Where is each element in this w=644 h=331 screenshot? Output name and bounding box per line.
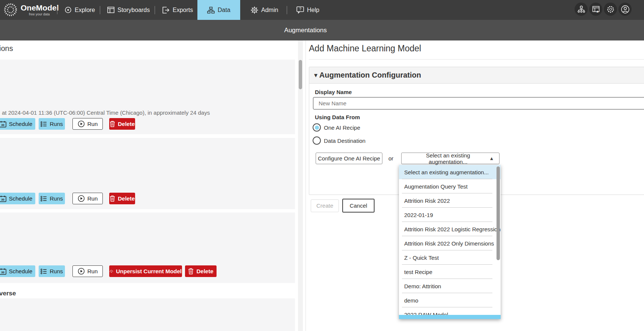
augmentation-card (0, 298, 295, 331)
svg-text:30: 30 (1, 271, 4, 274)
gear-icon (251, 6, 258, 14)
play-icon (78, 268, 85, 275)
nav-item-label: Data (218, 7, 230, 13)
runs-list-icon (41, 268, 47, 274)
configure-one-ai-recipe-button[interactable]: Configure One AI Recipe (316, 153, 382, 164)
display-name-label: Display Name (315, 89, 352, 95)
calendar-icon: 30 (0, 121, 6, 127)
augmentation-dropdown-list: Select an existing augmentation...Augmen… (399, 165, 501, 315)
nav-divider (57, 6, 57, 14)
nav-divider (287, 6, 287, 14)
nav-item-label: Exports (173, 7, 193, 13)
dropdown-item[interactable]: Z - Quick Test (399, 250, 501, 265)
top-nav-bar: OneModel free your data Explore Storyboa… (0, 0, 644, 20)
nav-divider (100, 6, 100, 14)
dropdown-vertical-scrollbar-thumb[interactable] (497, 166, 500, 260)
schedule-button[interactable]: 30 Schedule (0, 118, 35, 130)
storyboard-star-icon[interactable]: ★ (589, 3, 602, 16)
using-data-from-label: Using Data From (315, 114, 360, 120)
onemodel-spiral-icon (3, 2, 18, 18)
existing-augmentation-dropdown-toggle[interactable]: Select an existing augmentation... ▲ (401, 153, 500, 164)
section-heading-clipped: verse (0, 290, 16, 297)
app-window: OneModel free your data Explore Storyboa… (0, 0, 644, 331)
nav-item-data[interactable]: Data (197, 0, 240, 20)
nav-divider (155, 6, 155, 14)
onemodel-spiral-button-icon[interactable] (604, 3, 617, 16)
help-icon: ? (296, 6, 304, 13)
dropdown-item[interactable]: demo (399, 293, 501, 307)
calendar-icon: 30 (0, 195, 6, 202)
trash-icon (110, 121, 115, 127)
brand-tagline: free your data (29, 12, 59, 16)
create-button[interactable]: Create (311, 199, 339, 212)
chevron-down-icon: ▼ (313, 72, 319, 78)
trash-icon (188, 268, 194, 274)
augmentation-card: 30 Schedule Runs (0, 213, 295, 283)
chevron-up-icon: ▲ (489, 156, 494, 161)
brand-name: OneModel (21, 4, 59, 12)
dropdown-item[interactable]: test Recipe (399, 265, 501, 279)
cloud-download-icon (110, 268, 113, 274)
dropdown-item[interactable]: 2022-01-19 (399, 208, 501, 222)
nav-item-explore[interactable]: Explore (65, 0, 95, 20)
nav-item-storyboards[interactable]: Storyboards (107, 0, 150, 20)
run-button[interactable]: Run (72, 193, 103, 204)
augmentation-card: 30 Schedule Runs (0, 138, 295, 209)
radio-selected-icon (313, 123, 321, 132)
exports-icon (162, 7, 170, 13)
data-icon (207, 7, 215, 13)
explore-icon (65, 6, 72, 13)
delete-button[interactable]: Delete (185, 265, 217, 277)
dropdown-horizontal-scrollbar[interactable] (399, 315, 501, 319)
unpersist-current-model-button[interactable]: Unpersist Current Model (109, 265, 182, 277)
display-name-input[interactable] (313, 97, 644, 109)
runs-button[interactable]: Runs (39, 118, 65, 130)
schedule-button[interactable]: 30 Schedule (0, 193, 35, 204)
augmentations-list-panel: ions at 2024-04-01 11:36 (UTC-06:00) Cen… (0, 40, 305, 331)
radio-data-destination[interactable]: Data Destination (313, 136, 366, 145)
section-header[interactable]: ▼ Augmentation Configuration (309, 67, 644, 84)
svg-text:30: 30 (1, 123, 4, 127)
cancel-button[interactable]: Cancel (342, 199, 375, 213)
schedule-button[interactable]: 30 Schedule (0, 265, 35, 277)
calendar-icon: 30 (0, 268, 6, 275)
nav-item-help[interactable]: ? Help (296, 0, 319, 20)
delete-button[interactable]: Delete (109, 118, 135, 130)
runs-list-icon (41, 121, 47, 127)
dropdown-item[interactable]: Attrition Risk 2022 (399, 193, 501, 208)
dropdown-item[interactable]: Attrition Risk 2022 Only Dimensions (399, 236, 501, 250)
dropdown-item[interactable]: Demo: Attrition (399, 279, 501, 293)
play-icon (78, 195, 85, 202)
nav-item-exports[interactable]: Exports (162, 0, 193, 20)
left-panel-scrollbar-thumb[interactable] (299, 60, 302, 89)
radio-one-ai-recipe[interactable]: One AI Recipe (313, 123, 360, 132)
svg-text:?: ? (299, 7, 301, 11)
nav-item-label: Help (307, 7, 319, 13)
augmentation-dropdown-menu: Select an existing augmentation...Augmen… (399, 165, 501, 319)
runs-button[interactable]: Runs (39, 265, 65, 277)
dropdown-item[interactable]: 2022 RAW Model (399, 307, 501, 315)
dropdown-item[interactable]: Select an existing augmentation... (399, 165, 501, 179)
trash-icon (110, 195, 115, 202)
augmentations-heading-clipped: ions (0, 44, 13, 53)
divider-line (309, 59, 644, 60)
org-chart-user-icon[interactable] (575, 3, 588, 16)
page-title: Augmentations (284, 27, 327, 34)
nav-item-label: Admin (261, 7, 278, 13)
run-button[interactable]: Run (72, 118, 103, 130)
runs-button[interactable]: Runs (39, 193, 65, 204)
nav-item-label: Storyboards (117, 7, 150, 13)
or-label: or (388, 155, 393, 162)
run-button[interactable]: Run (72, 265, 103, 277)
section-title: Augmentation Configuration (319, 71, 421, 79)
user-profile-icon[interactable] (618, 3, 632, 16)
onemodel-logo[interactable]: OneModel free your data (3, 2, 59, 18)
schedule-note: at 2024-04-01 11:36 (UTC-06:00) Central … (2, 109, 210, 116)
dropdown-item[interactable]: Augmentation Query Test (399, 179, 501, 193)
radio-unselected-icon (313, 136, 321, 145)
delete-button[interactable]: Delete (109, 193, 135, 204)
dropdown-item[interactable]: Attrition Risk 2022 Logistic Regression (399, 222, 501, 236)
storyboards-icon (107, 7, 114, 13)
nav-item-admin[interactable]: Admin (251, 0, 278, 20)
play-icon (78, 120, 85, 127)
